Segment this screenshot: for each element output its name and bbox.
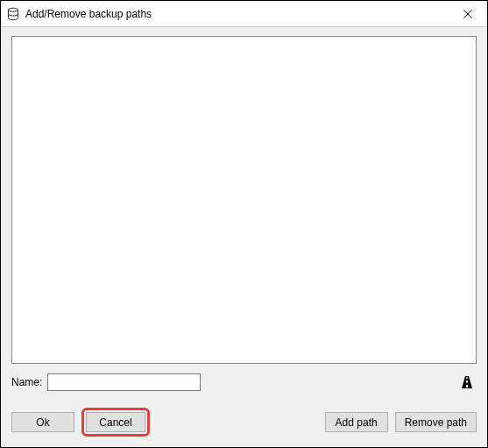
add-path-button[interactable]: Add path	[325, 412, 388, 432]
road-icon	[460, 375, 474, 389]
window-title: Add/Remove backup paths	[25, 8, 448, 20]
database-icon	[6, 7, 20, 21]
svg-rect-3	[466, 385, 468, 388]
name-row: Name:	[11, 373, 477, 392]
client-area: Name: Ok Cancel Add path Remove path	[1, 27, 487, 447]
remove-path-button[interactable]: Remove path	[395, 412, 477, 432]
close-button[interactable]	[448, 1, 487, 26]
browse-button[interactable]	[457, 373, 477, 392]
svg-point-0	[9, 8, 18, 11]
svg-rect-2	[466, 380, 468, 383]
name-input[interactable]	[47, 373, 201, 391]
name-label: Name:	[11, 376, 42, 388]
cancel-button[interactable]: Cancel	[86, 412, 145, 432]
paths-listbox[interactable]	[11, 36, 477, 364]
cancel-highlight: Cancel	[81, 408, 150, 437]
svg-rect-1	[466, 377, 467, 379]
dialog-window: Add/Remove backup paths Name: Ok	[0, 0, 488, 448]
titlebar: Add/Remove backup paths	[1, 1, 487, 27]
ok-button[interactable]: Ok	[11, 412, 74, 432]
button-row: Ok Cancel Add path Remove path	[11, 408, 477, 437]
